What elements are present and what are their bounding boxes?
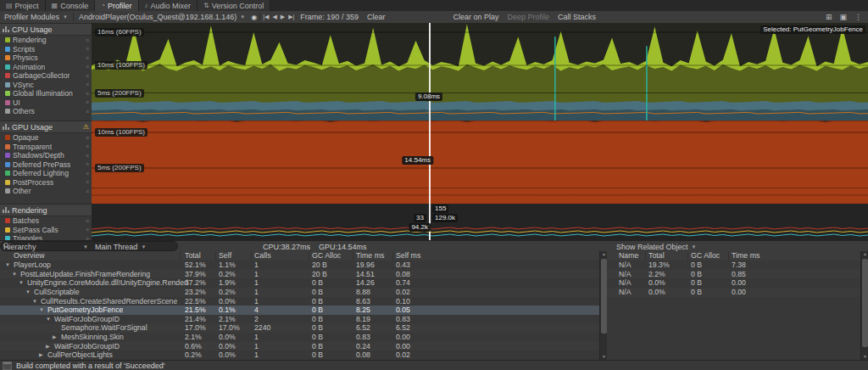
legend-item-other[interactable]: Other ≡ [0,187,92,196]
clear-button[interactable]: Clear [363,11,390,23]
column-total[interactable]: Total [648,251,665,261]
column-time-ms[interactable]: Time ms [732,251,760,261]
profiler-modules-dropdown[interactable]: Profiler Modules ▼ [0,11,72,23]
drag-handle-icon[interactable]: ≡ [86,218,89,224]
status-bar[interactable]: Build completed with a result of 'Succee… [0,360,868,370]
legend-item-shadows-depth[interactable]: Shadows/Depth ≡ [0,151,92,160]
expand-arrow-icon[interactable]: ▶ [46,342,53,351]
related-scrollbar[interactable]: ▲ ▼ [860,251,868,360]
column-calls[interactable]: Calls [254,251,271,261]
table-row[interactable]: Semaphore.WaitForSignal 17.0% 17.0% 2240… [0,323,599,333]
expand-arrow-icon[interactable]: ▼ [32,297,39,306]
cpu-usage-chart[interactable] [92,23,868,121]
drag-handle-icon[interactable]: ≡ [86,153,89,159]
legend-item-triangles[interactable]: Triangles ≡ [0,234,92,240]
legend-item-opaque[interactable]: Opaque ≡ [0,133,92,143]
legend-item-animation[interactable]: Animation ≡ [0,63,92,72]
column-total[interactable]: Total [185,251,201,261]
expand-arrow-icon[interactable]: ▼ [5,261,12,270]
column-name[interactable]: Name [619,251,638,261]
target-player-dropdown[interactable]: AndroidPlayer(Oculus_Quest@192.168.1.146… [75,11,249,23]
legend-item-scripts[interactable]: Scripts ≡ [0,45,92,54]
column-gc-alloc[interactable]: GC Alloc [312,251,341,261]
next-frame-button[interactable]: ▶ [279,14,287,20]
related-object-row[interactable]: N/A 19.3% 0 B 7.38 [607,261,860,270]
expand-arrow-icon[interactable]: ▼ [12,270,19,279]
rendering-chart[interactable] [92,204,868,240]
scrollbar-thumb[interactable] [601,259,607,334]
drag-handle-icon[interactable]: ≡ [86,179,89,185]
drag-handle-icon[interactable]: ≡ [86,64,89,70]
legend-item-setpass-calls[interactable]: SetPass Calls ≡ [0,226,92,235]
layout-grid-icon[interactable]: ⊞ [824,13,834,21]
legend-item-rendering[interactable]: Rendering ≡ [0,36,92,45]
column-self[interactable]: Self [219,251,231,261]
expand-arrow-icon[interactable]: ▶ [39,350,46,360]
table-row[interactable]: ▼CullResults.CreateSharedRendererScene 2… [0,297,599,306]
legend-item-physics[interactable]: Physics ≡ [0,53,92,63]
drag-handle-icon[interactable]: ≡ [86,55,89,61]
table-row[interactable]: ▶CullPerObjectLights 0.2% 0.0% 1 0 B 0.0… [0,350,599,360]
drag-handle-icon[interactable]: ≡ [86,73,89,79]
legend-item-vsync[interactable]: VSync ≡ [0,81,92,90]
tab-version-control[interactable]: ⇅ Version Control [198,0,270,11]
legend-item-batches[interactable]: Batches ≡ [0,216,92,226]
table-row[interactable]: ▼PlayerLoop 52.1% 1.1% 1 20 B 19.96 0.43 [0,261,599,270]
search-box[interactable] [0,241,178,251]
gpu-usage-chart[interactable] [92,121,868,205]
legend-item-garbagecollector[interactable]: GarbageCollector ≡ [0,71,92,81]
column-overview[interactable]: Overview [14,251,45,261]
related-object-row[interactable]: N/A 0.0% 0 B 0.00 [607,288,860,297]
scrollbar-thumb[interactable] [862,259,868,347]
table-row[interactable]: ▼CullScriptable 23.2% 0.2% 1 0 B 8.88 0.… [0,288,599,297]
tab-console[interactable]: ▦ Console [46,0,96,11]
tab-project[interactable]: ▤ Project [0,0,46,11]
table-row[interactable]: ▼UnityEngine.CoreModule.dll!UnityEngine.… [0,278,599,288]
drag-handle-icon[interactable]: ≡ [86,109,89,115]
table-row[interactable]: ▼PostLateUpdate.FinishFrameRendering 37.… [0,270,599,279]
scroll-up-icon[interactable]: ▲ [861,251,868,257]
expand-arrow-icon[interactable]: ▼ [39,306,46,315]
legend-item-others[interactable]: Others ≡ [0,107,92,116]
legend-item-deferred-lighting[interactable]: Deferred Lighting ≡ [0,169,92,178]
drag-handle-icon[interactable]: ≡ [86,91,89,97]
legend-item-deferred-prepass[interactable]: Deferred PrePass ≡ [0,160,92,170]
legend-item-postprocess[interactable]: PostProcess ≡ [0,178,92,188]
related-object-row[interactable]: N/A 2.2% 0 B 0.85 [607,270,860,279]
call-stacks-toggle[interactable]: Call Stacks [554,11,600,23]
tab-profiler[interactable]: ◔ Profiler [95,0,138,11]
column-gc-alloc[interactable]: GC Alloc [691,251,720,261]
expand-arrow-icon[interactable]: ▼ [19,278,25,288]
drag-handle-icon[interactable]: ≡ [86,99,89,105]
expand-arrow-icon[interactable]: ▼ [25,288,32,297]
drag-handle-icon[interactable]: ≡ [86,46,89,52]
expand-arrow-icon[interactable]: ▶ [53,333,59,342]
drag-handle-icon[interactable]: ≡ [86,37,89,43]
drag-handle-icon[interactable]: ≡ [86,143,89,149]
column-self-ms[interactable]: Self ms [396,251,420,261]
manual-icon[interactable]: ▣ [837,13,849,21]
drag-handle-icon[interactable]: ≡ [86,135,89,141]
table-row[interactable]: ▼WaitForJobGroupID 21.4% 2.1% 2 0 B 8.19… [0,315,599,324]
module-header[interactable]: CPU Usage ⚠ [0,23,92,36]
record-button[interactable]: ◉ [249,14,259,21]
current-frame-playhead[interactable] [429,23,431,240]
expand-arrow-icon[interactable]: ▼ [46,315,53,324]
drag-handle-icon[interactable]: ≡ [86,161,89,167]
column-time-ms[interactable]: Time ms [356,251,384,261]
drag-handle-icon[interactable]: ≡ [86,188,89,194]
drag-handle-icon[interactable]: ≡ [86,81,89,87]
table-row[interactable]: ▼PutGeometryJobFence 21.5% 0.1% 4 0 B 8.… [0,306,599,315]
legend-item-transparent[interactable]: Transparent ≡ [0,143,92,152]
clear-on-play-toggle[interactable]: Clear on Play [448,11,503,23]
tab-audio-mixer[interactable]: ♪ Audio Mixer [139,0,198,11]
deep-profile-toggle[interactable]: Deep Profile [503,11,554,23]
search-input[interactable] [12,241,168,251]
scroll-down-icon[interactable]: ▼ [861,354,868,360]
related-object-row[interactable]: N/A 0.0% 0 B 0.00 [607,278,860,288]
module-header[interactable]: Rendering ⚠ [0,204,92,216]
table-row[interactable]: ▶MeshSkinning.Skin 2.1% 0.0% 1 0 B 0.83 … [0,333,599,342]
table-row[interactable]: ▶WaitForJobGroupID 0.6% 0.0% 1 0 B 0.24 … [0,342,599,351]
legend-item-global-illumination[interactable]: Global Illumination ≡ [0,89,92,98]
drag-handle-icon[interactable]: ≡ [86,227,89,233]
